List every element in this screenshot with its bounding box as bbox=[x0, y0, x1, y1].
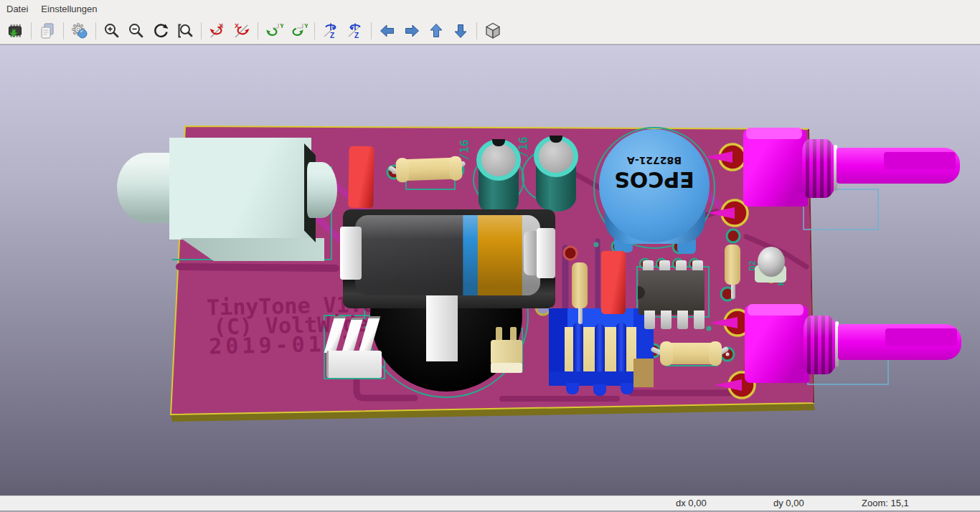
audio-jack-barrel bbox=[117, 153, 177, 223]
rotate-y-positive-button[interactable]: Y bbox=[286, 19, 311, 42]
toolbar-separator bbox=[314, 22, 315, 39]
move-right-button[interactable] bbox=[400, 19, 424, 42]
reload-board-icon bbox=[6, 22, 24, 40]
resistor-horizontal-2 bbox=[661, 343, 720, 364]
zoom-in-icon bbox=[103, 22, 121, 40]
resistor-lead bbox=[578, 307, 583, 324]
film-capacitor-2 bbox=[601, 251, 626, 314]
rotate-x-negative-button[interactable]: X bbox=[205, 19, 230, 42]
battery bbox=[355, 215, 540, 295]
resistor-lead bbox=[731, 283, 735, 299]
move-down-icon bbox=[451, 22, 470, 40]
rotate-z-positive-button[interactable]: Z bbox=[343, 19, 367, 42]
spi2-jumper bbox=[491, 330, 522, 373]
rotate-x-negative-icon: X bbox=[208, 22, 227, 40]
toolbar-separator bbox=[31, 22, 32, 39]
audio-jack bbox=[169, 138, 311, 240]
status-zoom: Zoom: 15,1 bbox=[862, 498, 909, 508]
ic-pin bbox=[644, 310, 655, 329]
move-left-button[interactable] bbox=[375, 19, 400, 42]
reload-board-button[interactable] bbox=[3, 19, 27, 42]
rotate-y-negative-icon: Y bbox=[265, 22, 283, 40]
resistor-horizontal-1 bbox=[397, 157, 461, 181]
potentiometer-bottom bbox=[745, 305, 964, 386]
pot-shaft bbox=[837, 148, 960, 184]
3d-scene: TinyTone V1.0 (C) VoltWide 2019-01-14 /1… bbox=[0, 44, 980, 496]
rotate-z-negative-icon: Z bbox=[321, 22, 340, 40]
rotate-y-negative-button[interactable]: Y bbox=[262, 19, 286, 42]
audio-jack-nub bbox=[307, 162, 337, 218]
copy-image-button[interactable] bbox=[35, 19, 60, 42]
header-corner bbox=[633, 359, 654, 387]
menubar: Datei Einstellungen bbox=[0, 0, 980, 18]
led-d2 bbox=[758, 247, 785, 277]
capacitor-top bbox=[481, 143, 516, 176]
header-foot bbox=[621, 383, 633, 394]
header-pin bbox=[616, 323, 626, 376]
connector-base bbox=[326, 351, 382, 378]
status-dx: dx 0,00 bbox=[676, 498, 707, 508]
rotate-x-positive-button[interactable]: X bbox=[230, 19, 254, 42]
svg-text:Z: Z bbox=[354, 32, 359, 39]
resistor-vertical-2 bbox=[725, 245, 740, 285]
kicad-3d-viewer-window: Datei Einstellungen bbox=[0, 0, 980, 512]
redraw-button[interactable] bbox=[149, 19, 173, 42]
epcos-label: EPCOS B82721-A bbox=[599, 154, 710, 191]
pot-bushing bbox=[802, 139, 837, 198]
toolbar: X X Y bbox=[0, 18, 980, 44]
move-right-icon bbox=[402, 22, 421, 40]
ic-body bbox=[639, 270, 705, 315]
zoom-out-button[interactable] bbox=[124, 19, 149, 42]
ic-pin bbox=[677, 310, 688, 329]
rotate-y-positive-icon: Y bbox=[289, 22, 308, 40]
rotate-x-positive-icon: X bbox=[232, 22, 251, 40]
zoom-out-icon bbox=[127, 22, 146, 40]
svg-text:Y: Y bbox=[280, 22, 283, 29]
capacitor-top bbox=[539, 140, 573, 173]
header-pin bbox=[595, 324, 605, 377]
battery-holder-latch bbox=[426, 288, 458, 361]
electrolytic-capacitor-2 bbox=[534, 136, 578, 214]
3d-viewport[interactable]: TinyTone V1.0 (C) VoltWide 2019-01-14 /1… bbox=[0, 44, 980, 496]
film-capacitor-1 bbox=[348, 146, 374, 209]
toolbar-separator bbox=[476, 22, 477, 39]
toolbar-separator bbox=[258, 22, 258, 39]
electrolytic-capacitor-1 bbox=[476, 139, 521, 218]
jumper-base bbox=[491, 363, 522, 373]
header-pin bbox=[573, 323, 583, 376]
statusbar: dx 0,00 dy 0,00 Zoom: 15,1 bbox=[0, 496, 980, 511]
pot-shaft bbox=[838, 324, 961, 360]
toolbar-separator bbox=[95, 22, 96, 39]
battery-clip-right bbox=[537, 228, 555, 278]
zoom-to-fit-button[interactable] bbox=[173, 19, 197, 42]
render-options-icon bbox=[70, 22, 89, 40]
header-foot bbox=[593, 384, 606, 396]
svg-text:Z: Z bbox=[330, 32, 334, 39]
battery-clip-left bbox=[340, 227, 362, 280]
move-up-button[interactable] bbox=[424, 19, 448, 42]
svg-text:Y: Y bbox=[304, 22, 308, 29]
menu-einstellungen[interactable]: Einstellungen bbox=[34, 1, 103, 17]
resistor-vertical-1 bbox=[572, 262, 588, 308]
pot-bushing bbox=[804, 316, 838, 374]
menu-datei[interactable]: Datei bbox=[0, 1, 34, 17]
orthographic-view-button[interactable] bbox=[481, 19, 505, 42]
dip8-ic bbox=[639, 269, 706, 333]
potentiometer-top bbox=[743, 129, 963, 209]
status-dy: dy 0,00 bbox=[773, 498, 804, 508]
move-up-icon bbox=[427, 22, 446, 40]
jumper-body bbox=[491, 340, 522, 364]
ic-pin bbox=[694, 310, 705, 329]
redraw-icon bbox=[151, 22, 170, 40]
pin-header-white bbox=[326, 318, 384, 379]
render-options-button[interactable] bbox=[67, 19, 92, 42]
zoom-in-button[interactable] bbox=[100, 19, 124, 42]
move-down-button[interactable] bbox=[448, 19, 473, 42]
orthographic-view-icon bbox=[484, 22, 502, 40]
toolbar-separator bbox=[201, 22, 202, 39]
toolbar-separator bbox=[371, 22, 372, 39]
zoom-to-fit-icon bbox=[176, 22, 194, 40]
header-foot bbox=[566, 383, 579, 394]
rotate-z-negative-button[interactable]: Z bbox=[319, 19, 343, 42]
copy-image-icon bbox=[38, 22, 57, 40]
